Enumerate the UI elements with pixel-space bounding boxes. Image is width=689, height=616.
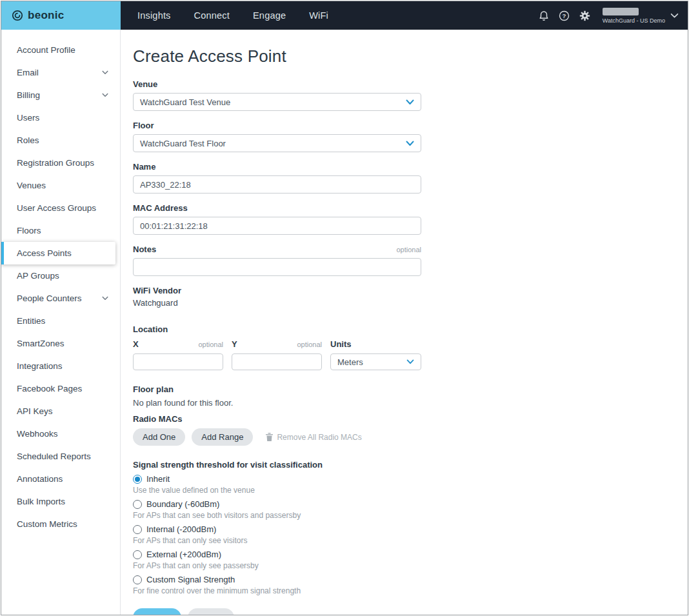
- mac-field: MAC Address: [133, 203, 421, 235]
- nav-insights[interactable]: Insights: [137, 10, 171, 21]
- radio-button[interactable]: [133, 525, 142, 534]
- sidebar-item-user-access-groups[interactable]: User Access Groups: [1, 197, 120, 219]
- name-input[interactable]: [133, 175, 421, 194]
- sidebar: Account ProfileEmailBillingUsersRolesReg…: [1, 30, 121, 615]
- sidebar-item-users[interactable]: Users: [1, 106, 120, 129]
- notes-label: Notes: [133, 244, 156, 254]
- location-units-col: Units Meters: [330, 339, 421, 370]
- nav-connect[interactable]: Connect: [194, 10, 230, 21]
- sidebar-item-scheduled-reports[interactable]: Scheduled Reports: [1, 445, 120, 468]
- notes-field: Notes optional: [133, 244, 421, 276]
- x-input[interactable]: [133, 353, 223, 370]
- remove-all-radio-macs-button[interactable]: Remove All Radio MACs: [266, 433, 361, 442]
- sidebar-item-account-profile[interactable]: Account Profile: [1, 39, 120, 61]
- top-nav: InsightsConnectEngageWiFi: [137, 1, 328, 30]
- sidebar-item-ap-groups[interactable]: AP Groups: [1, 264, 120, 287]
- settings-gear-icon[interactable]: [579, 10, 590, 21]
- radio-button[interactable]: [133, 475, 142, 484]
- floor-field: Floor WatchGuard Test Floor: [133, 121, 421, 152]
- radio-option-boundary-60dbm[interactable]: Boundary (-60dBm): [133, 499, 688, 509]
- sidebar-item-label: Roles: [17, 135, 112, 145]
- sidebar-item-people-counters[interactable]: People Counters: [1, 287, 120, 310]
- sidebar-item-label: Account Profile: [17, 45, 112, 55]
- units-label: Units: [330, 339, 352, 349]
- radio-button[interactable]: [133, 500, 142, 509]
- radio-option-internal-200dbm[interactable]: Internal (-200dBm): [133, 524, 688, 534]
- sidebar-item-roles[interactable]: Roles: [1, 129, 120, 152]
- units-select[interactable]: Meters: [330, 353, 421, 370]
- beonic-logo[interactable]: beonic: [1, 1, 121, 30]
- radio-option-label: Boundary (-60dBm): [146, 499, 219, 509]
- sidebar-item-registration-groups[interactable]: Registration Groups: [1, 152, 120, 174]
- account-name: WatchGuard - US Demo: [603, 17, 665, 24]
- sidebar-item-integrations[interactable]: Integrations: [1, 355, 120, 377]
- radio-option-inherit[interactable]: Inherit: [133, 474, 688, 484]
- sidebar-item-label: User Access Groups: [17, 203, 112, 213]
- radio-option-label: External (+200dBm): [146, 550, 221, 559]
- sidebar-item-access-points[interactable]: Access Points: [1, 242, 115, 264]
- app-window: beonic InsightsConnectEngageWiFi ? Watch…: [1, 1, 688, 615]
- help-icon[interactable]: ?: [559, 10, 570, 21]
- chevron-down-icon: [670, 13, 679, 19]
- nav-engage[interactable]: Engage: [253, 10, 286, 21]
- add-one-button[interactable]: Add One: [133, 428, 185, 446]
- sidebar-item-label: Users: [17, 113, 112, 123]
- radio-option-label: Inherit: [146, 474, 170, 484]
- notes-optional-label: optional: [396, 246, 421, 253]
- sidebar-item-label: SmartZones: [17, 339, 112, 348]
- create-button[interactable]: Create: [133, 608, 181, 615]
- page-title: Create Access Point: [133, 46, 688, 66]
- sidebar-item-label: Access Points: [17, 248, 108, 258]
- floor-plan-section: Floor plan No plan found for this floor.: [133, 384, 688, 408]
- sidebar-item-label: API Keys: [17, 406, 112, 416]
- sidebar-item-bulk-imports[interactable]: Bulk Imports: [1, 490, 120, 513]
- sidebar-item-facebook-pages[interactable]: Facebook Pages: [1, 377, 120, 400]
- sidebar-item-api-keys[interactable]: API Keys: [1, 400, 120, 422]
- sidebar-item-label: Custom Metrics: [17, 519, 112, 529]
- chevron-down-icon: [406, 99, 414, 105]
- floor-select-value: WatchGuard Test Floor: [140, 139, 226, 148]
- y-optional-label: optional: [297, 341, 322, 348]
- trash-icon: [266, 433, 273, 441]
- sidebar-item-floors[interactable]: Floors: [1, 219, 120, 242]
- floor-select[interactable]: WatchGuard Test Floor: [133, 134, 421, 152]
- name-label: Name: [133, 162, 155, 172]
- y-input[interactable]: [232, 353, 322, 370]
- sidebar-item-annotations[interactable]: Annotations: [1, 468, 120, 490]
- venue-select[interactable]: WatchGuard Test Venue: [133, 93, 421, 111]
- mac-label: MAC Address: [133, 203, 188, 213]
- sidebar-item-smartzones[interactable]: SmartZones: [1, 332, 120, 355]
- account-switcher[interactable]: WatchGuard - US Demo: [603, 8, 679, 24]
- radio-option-custom-signal-strength[interactable]: Custom Signal Strength: [133, 575, 688, 584]
- floor-plan-label: Floor plan: [133, 384, 688, 394]
- notifications-bell-icon[interactable]: [539, 10, 549, 21]
- topbar-right: ? WatchGuard - US Demo: [539, 1, 688, 30]
- cancel-button[interactable]: Cancel: [188, 608, 234, 615]
- signal-strength-section: Signal strength threshold for visit clas…: [133, 460, 688, 595]
- notes-input[interactable]: [133, 258, 421, 276]
- sidebar-item-billing[interactable]: Billing: [1, 84, 120, 106]
- wifi-vendor-value: Watchguard: [133, 298, 421, 308]
- add-range-button[interactable]: Add Range: [192, 428, 253, 446]
- radio-button[interactable]: [133, 575, 142, 584]
- radio-option-help: For APs that can only see visitors: [133, 536, 688, 545]
- sidebar-item-label: People Counters: [17, 293, 102, 303]
- sidebar-item-custom-metrics[interactable]: Custom Metrics: [1, 513, 120, 535]
- location-field: Location X optional Y optional: [133, 324, 421, 370]
- radio-option-help: For APs that can only see passersby: [133, 561, 688, 570]
- location-y-col: Y optional: [232, 339, 322, 370]
- mac-input[interactable]: [133, 217, 421, 235]
- sidebar-item-email[interactable]: Email: [1, 61, 120, 84]
- sidebar-item-label: Facebook Pages: [17, 384, 112, 393]
- radio-button[interactable]: [133, 550, 142, 559]
- sidebar-item-entities[interactable]: Entities: [1, 310, 120, 332]
- units-select-value: Meters: [337, 357, 363, 367]
- radio-macs-section: Radio MACs Add One Add Range Remove All …: [133, 414, 688, 446]
- nav-wifi[interactable]: WiFi: [309, 10, 328, 21]
- venue-select-value: WatchGuard Test Venue: [140, 97, 230, 107]
- x-label: X: [133, 339, 139, 349]
- sidebar-item-venues[interactable]: Venues: [1, 174, 120, 197]
- sidebar-item-webhooks[interactable]: Webhooks: [1, 422, 120, 445]
- radio-option-label: Internal (-200dBm): [146, 524, 216, 534]
- radio-option-external-200dbm[interactable]: External (+200dBm): [133, 550, 688, 559]
